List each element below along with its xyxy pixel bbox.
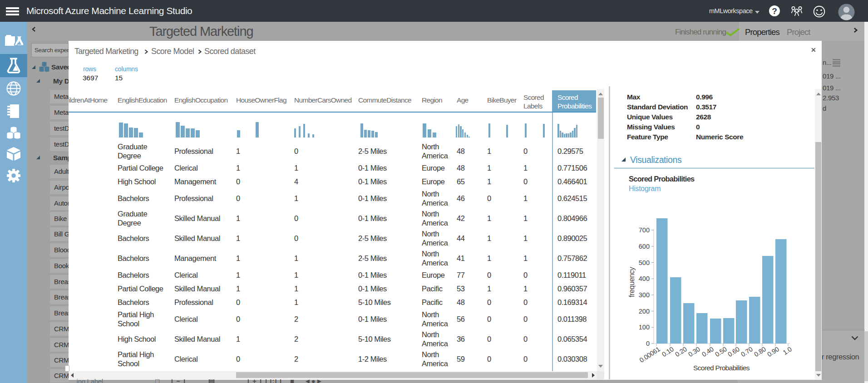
svg-text:0.60: 0.60 bbox=[726, 345, 741, 358]
svg-text:0.50: 0.50 bbox=[714, 345, 728, 358]
svg-text:1.0: 1.0 bbox=[782, 345, 793, 356]
svg-text:100: 100 bbox=[639, 324, 650, 331]
svg-text:200: 200 bbox=[639, 308, 650, 315]
svg-text:0.40: 0.40 bbox=[700, 345, 715, 358]
svg-text:700: 700 bbox=[639, 226, 650, 234]
svg-text:0.70: 0.70 bbox=[740, 345, 754, 358]
svg-text:0.00061: 0.00061 bbox=[638, 345, 661, 364]
svg-text:frequency: frequency bbox=[629, 267, 636, 297]
svg-text:0.10: 0.10 bbox=[661, 345, 675, 358]
svg-text:300: 300 bbox=[639, 291, 650, 299]
svg-text:0.30: 0.30 bbox=[687, 345, 701, 358]
svg-text:400: 400 bbox=[639, 275, 650, 282]
svg-text:0: 0 bbox=[646, 340, 650, 347]
svg-text:0.20: 0.20 bbox=[674, 345, 688, 358]
svg-text:600: 600 bbox=[639, 243, 650, 250]
svg-text:0.80: 0.80 bbox=[753, 345, 767, 358]
svg-text:0.90: 0.90 bbox=[766, 345, 780, 358]
svg-text:500: 500 bbox=[639, 259, 650, 266]
svg-text:Scored Probabilities: Scored Probabilities bbox=[693, 364, 750, 372]
